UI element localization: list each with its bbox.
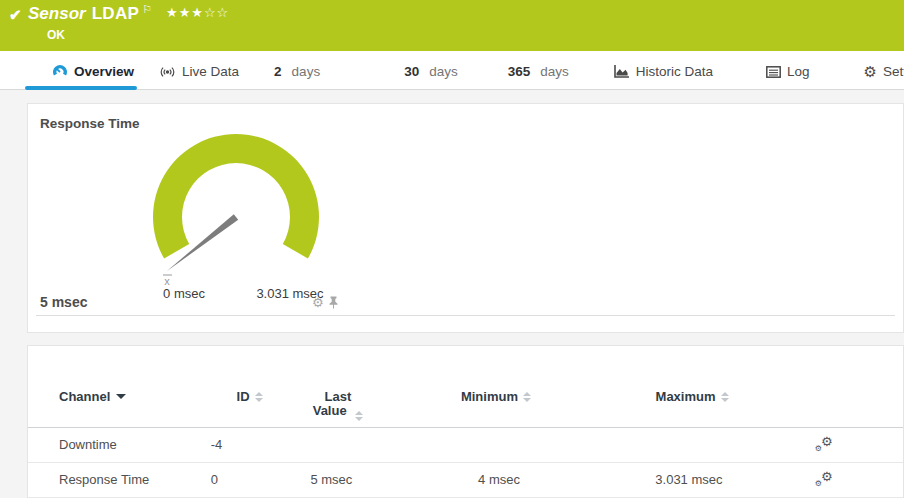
log-list-icon [766,66,781,78]
channel-minimum [377,428,545,463]
tab-365-days[interactable]: 365 days [508,64,569,89]
tab-settings-label: Settings [883,64,904,79]
status-badge: OK [47,28,65,42]
tab-2-days[interactable]: 2 days [274,64,320,89]
flag-icon[interactable]: ⚐ [142,3,152,16]
tab-live-data[interactable]: Live Data [159,64,239,89]
table-row-downtime: Downtime -4 ⚙⚙ [28,428,903,463]
column-header-id[interactable]: ID [211,390,263,428]
tab-log-label: Log [787,64,810,79]
channel-name: Downtime [28,428,211,463]
column-header-actions [745,390,903,428]
tab-historic-data-label: Historic Data [636,64,713,79]
sort-desc-caret-icon [116,394,126,399]
tab-30-days-unit: days [429,64,458,79]
channel-name: Response Time [28,463,211,498]
gauge-footer: 5 msec ⚙ [28,293,903,311]
gauge-current-value: 5 msec [40,294,87,310]
tab-log[interactable]: Log [766,64,810,89]
tab-overview[interactable]: Overview [52,64,134,89]
column-header-channel[interactable]: Channel [28,390,211,428]
tab-settings[interactable]: ⚙ Settings [864,64,904,89]
tab-bar: Overview Live Data 2 days 30 days 365 da… [0,51,904,90]
tab-overview-label: Overview [74,64,134,79]
table-row-response-time: Response Time 0 5 msec 4 msec 3.031 msec… [28,463,903,498]
tab-30-days[interactable]: 30 days [404,64,458,89]
area-chart-icon [614,65,630,78]
channel-table-panel: Channel ID Last Value Minimum [27,345,904,498]
tab-365-days-number: 365 [508,64,531,79]
channel-maximum [545,428,745,463]
response-time-gauge: x 0 msec 3.031 msec [71,133,401,305]
tab-30-days-number: 30 [404,64,419,79]
sort-arrows-icon [523,392,531,402]
tab-365-days-unit: days [540,64,569,79]
pin-icon[interactable] [328,296,339,309]
tab-historic-data[interactable]: Historic Data [614,64,713,89]
ok-check-icon: ✔ [9,6,22,24]
active-tab-underline [25,86,137,90]
tab-2-days-unit: days [292,64,321,79]
channel-last-value [263,428,378,463]
gauge-settings-gear-icon[interactable]: ⚙ [312,296,324,309]
channel-last-value: 5 msec [263,463,378,498]
gauge-panel-title: Response Time [28,104,903,131]
sensor-title-prefix: Sensor [28,4,86,24]
sort-arrows-icon [355,411,363,421]
tab-live-data-label: Live Data [182,64,239,79]
column-header-minimum[interactable]: Minimum [377,390,545,428]
sensor-title: Sensor LDAP ⚐ ★★★☆☆ [28,4,229,24]
channel-maximum: 3.031 msec [545,463,745,498]
priority-stars[interactable]: ★★★☆☆ [166,5,229,20]
column-header-last-value[interactable]: Last Value [263,390,378,428]
sensor-title-name: LDAP [92,4,139,24]
sort-arrows-icon [255,392,263,402]
channel-minimum: 4 msec [377,463,545,498]
live-broadcast-icon [159,66,176,78]
sensor-header: ✔ Sensor LDAP ⚐ ★★★☆☆ OK [0,0,904,51]
tab-2-days-number: 2 [274,64,282,79]
sort-arrows-icon [721,392,729,402]
channel-settings-gears-icon[interactable]: ⚙⚙ [815,471,833,487]
channel-table: Channel ID Last Value Minimum [28,390,903,498]
response-time-gauge-panel: Response Time x 0 msec 3.031 msec 5 msec… [27,103,904,333]
channel-settings-gears-icon[interactable]: ⚙⚙ [815,436,833,452]
column-header-maximum[interactable]: Maximum [545,390,745,428]
gauge-icon [52,64,68,79]
gauge-divider [36,315,895,316]
channel-id: 0 [211,463,263,498]
channel-id: -4 [211,428,263,463]
gauge-arc [153,134,319,258]
channel-table-header-row: Channel ID Last Value Minimum [28,390,903,428]
